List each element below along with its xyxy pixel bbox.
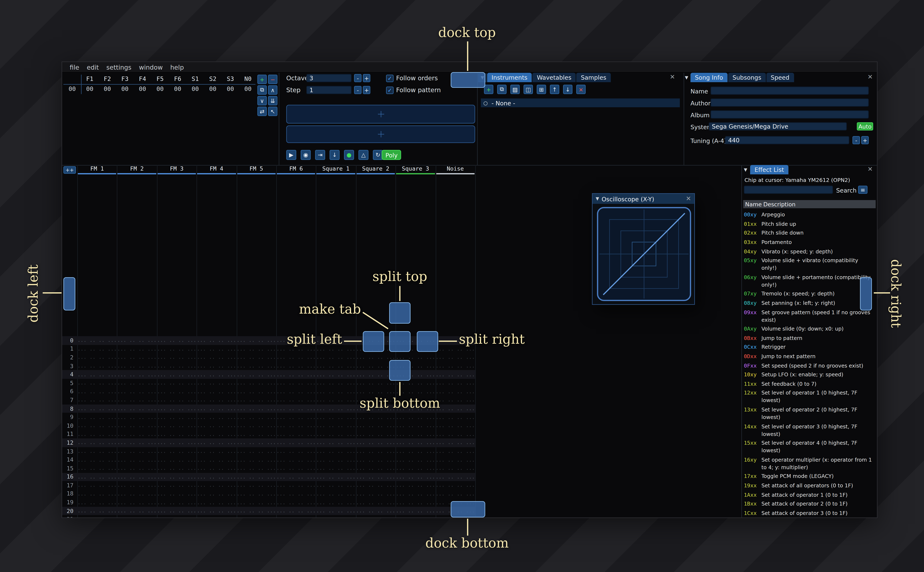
- tuning-decrease-button[interactable]: -: [852, 136, 860, 144]
- menu-item-window[interactable]: window: [135, 64, 167, 71]
- auto-system-button[interactable]: Auto: [857, 122, 873, 131]
- pattern-cell[interactable]: ... .. .. ...: [396, 508, 435, 514]
- move-order-down-button[interactable]: ∨: [257, 96, 267, 106]
- pattern-cell[interactable]: ... .. .. ...: [197, 363, 237, 369]
- effect-row[interactable]: 1AxxSet attack of operator 1 (0 to 1F): [744, 490, 876, 499]
- pattern-cell[interactable]: ... .. .. ...: [316, 389, 356, 395]
- order-cell[interactable]: 00: [169, 85, 187, 92]
- pattern-cell[interactable]: ... .. .. ...: [117, 474, 157, 480]
- pattern-cell[interactable]: ... .. .. ...: [396, 431, 435, 437]
- pattern-row[interactable]: 10... .. .. ...... .. .. ...... .. .. ..…: [62, 421, 475, 430]
- close-icon[interactable]: ✕: [868, 74, 873, 80]
- pattern-cell[interactable]: ... .. .. ...: [396, 482, 435, 488]
- pattern-cell[interactable]: ... .. .. ...: [435, 491, 475, 497]
- pattern-cell[interactable]: ... .. .. ...: [117, 457, 157, 463]
- delete-instrument-button[interactable]: ×: [576, 85, 586, 94]
- pattern-cell[interactable]: ... .. .. ...: [276, 380, 316, 386]
- pattern-cell[interactable]: ... .. .. ...: [356, 482, 396, 488]
- pattern-cell[interactable]: ... .. .. ...: [237, 517, 276, 518]
- pattern-cell[interactable]: ... .. .. ...: [316, 457, 356, 463]
- tuning-increase-button[interactable]: +: [861, 136, 869, 144]
- dock-bottom-target[interactable]: [451, 501, 485, 518]
- hamburger-menu-icon[interactable]: ≡: [858, 186, 868, 194]
- tuning-input[interactable]: 440: [725, 136, 849, 144]
- pattern-cell[interactable]: ... .. .. ...: [197, 448, 237, 454]
- split-bottom-target[interactable]: [389, 360, 411, 381]
- pattern-cell[interactable]: ... .. .. ...: [197, 346, 237, 352]
- effect-row[interactable]: 01xxPitch slide up: [744, 219, 876, 228]
- play-button[interactable]: ▶: [286, 150, 296, 160]
- pattern-cell[interactable]: ... .. .. ...: [197, 406, 237, 412]
- pattern-cell[interactable]: ... .. .. ...: [117, 397, 157, 403]
- order-edit-mode-button[interactable]: ↖: [268, 107, 277, 116]
- pattern-cell[interactable]: ... .. .. ...: [396, 491, 435, 497]
- pattern-cell[interactable]: ... .. .. ...: [435, 346, 475, 352]
- pattern-cell[interactable]: ... .. .. ...: [157, 448, 196, 454]
- pattern-cell[interactable]: ... .. .. ...: [316, 372, 356, 378]
- effect-row[interactable]: 0FxxSet speed (speed 2 if no grooves exi…: [744, 361, 876, 370]
- effect-row[interactable]: 0BxxJump to pattern: [744, 333, 876, 343]
- step-decrease-button[interactable]: -: [354, 86, 361, 94]
- pattern-cell[interactable]: ... .. .. ...: [356, 474, 396, 480]
- order-row-number[interactable]: 00: [63, 85, 81, 92]
- effect-row[interactable]: 02xxPitch slide down: [744, 228, 876, 238]
- pattern-cell[interactable]: ... .. .. ...: [356, 354, 396, 360]
- pattern-cell[interactable]: ... .. .. ...: [396, 354, 435, 360]
- pattern-row[interactable]: 19... .. .. ...... .. .. ...... .. .. ..…: [62, 498, 475, 507]
- pattern-row[interactable]: 3... .. .. ...... .. .. ...... .. .. ...…: [62, 362, 475, 370]
- pattern-cell[interactable]: ... .. .. ...: [316, 346, 356, 352]
- pattern-cell[interactable]: ... .. .. ...: [117, 500, 157, 505]
- pattern-cell[interactable]: ... .. .. ...: [276, 363, 316, 369]
- effect-row[interactable]: 03xxPortamento: [744, 238, 876, 247]
- add-instrument-button[interactable]: +: [484, 85, 493, 94]
- tab-wavetables[interactable]: Wavetables: [533, 73, 576, 82]
- order-cell[interactable]: 00: [204, 85, 221, 92]
- make-tab-target[interactable]: [389, 331, 411, 352]
- pattern-cell[interactable]: ... .. .. ...: [77, 448, 117, 454]
- tab-samples[interactable]: Samples: [577, 73, 611, 82]
- pattern-cell[interactable]: ... .. .. ...: [316, 482, 356, 488]
- pattern-cell[interactable]: ... .. .. ...: [117, 482, 157, 488]
- pattern-cell[interactable]: ... .. .. ...: [276, 372, 316, 378]
- menu-item-help[interactable]: help: [167, 64, 188, 71]
- pattern-cell[interactable]: ... .. .. ...: [197, 466, 237, 471]
- pattern-cell[interactable]: ... .. .. ...: [276, 389, 316, 395]
- pattern-cell[interactable]: ... .. .. ...: [237, 372, 276, 378]
- pattern-cell[interactable]: ... .. .. ...: [117, 491, 157, 497]
- pattern-cell[interactable]: ... .. .. ...: [237, 440, 276, 446]
- order-cell[interactable]: 00: [221, 85, 239, 92]
- pattern-row[interactable]: 2... .. .. ...... .. .. ...... .. .. ...…: [62, 353, 475, 362]
- pattern-row[interactable]: 18... .. .. ...... .. .. ...... .. .. ..…: [62, 490, 475, 498]
- pattern-cell[interactable]: ... .. .. ...: [276, 448, 316, 454]
- pattern-cell[interactable]: ... .. .. ...: [237, 457, 276, 463]
- pattern-cell[interactable]: ... .. .. ...: [356, 517, 396, 518]
- dock-top-target[interactable]: [451, 72, 485, 88]
- effect-row[interactable]: 06xyVolume slide + portamento (compatibi…: [744, 273, 876, 289]
- dock-right-target[interactable]: [860, 277, 872, 311]
- effect-row[interactable]: 19xxSet attack of all operators (0 to 1F…: [744, 481, 876, 490]
- split-top-target[interactable]: [389, 302, 411, 323]
- collapse-arrow-icon[interactable]: ▼: [596, 196, 599, 201]
- pattern-cell[interactable]: ... .. .. ...: [237, 500, 276, 505]
- order-cell[interactable]: 00: [187, 85, 204, 92]
- pattern-cell[interactable]: ... .. .. ...: [157, 338, 196, 343]
- pattern-cell[interactable]: ... .. .. ...: [435, 466, 475, 471]
- pattern-row[interactable]: 11... .. .. ...... .. .. ...... .. .. ..…: [62, 430, 475, 438]
- pattern-cell[interactable]: ... .. .. ...: [396, 440, 435, 446]
- pattern-cell[interactable]: ... .. .. ...: [77, 466, 117, 471]
- menu-item-settings[interactable]: settings: [103, 64, 135, 71]
- effect-row[interactable]: 15xxSet level of operator 4 (0 highest, …: [744, 438, 876, 455]
- pattern-cell[interactable]: ... .. .. ...: [276, 491, 316, 497]
- pattern-cell[interactable]: ... .. .. ...: [117, 440, 157, 446]
- split-right-target[interactable]: [417, 331, 438, 352]
- pattern-cell[interactable]: ... .. .. ...: [117, 346, 157, 352]
- pattern-cell[interactable]: ... .. .. ...: [316, 397, 356, 403]
- metronome-button[interactable]: △: [358, 150, 368, 160]
- pattern-cell[interactable]: ... .. .. ...: [237, 414, 276, 420]
- expand-channels-button[interactable]: ++: [63, 166, 76, 174]
- pattern-cell[interactable]: ... .. .. ...: [157, 517, 196, 518]
- pattern-cell[interactable]: ... .. .. ...: [396, 389, 435, 395]
- follow-pattern-checkbox[interactable]: ✓: [386, 87, 394, 94]
- pattern-cell[interactable]: ... .. .. ...: [157, 423, 196, 429]
- poly-button[interactable]: Poly: [382, 150, 401, 160]
